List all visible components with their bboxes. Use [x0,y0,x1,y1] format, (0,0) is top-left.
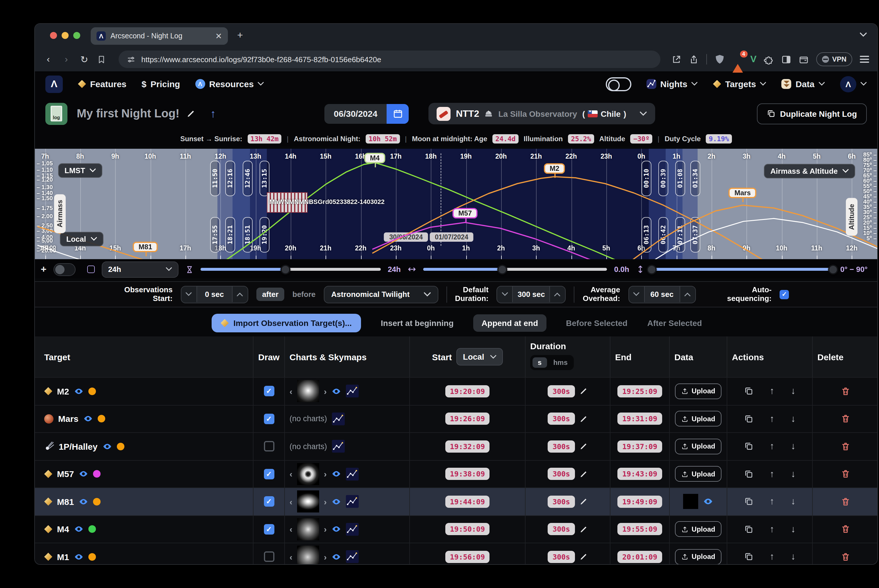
target-color-dot[interactable] [98,415,105,423]
target-color-dot[interactable] [89,387,96,395]
import-targets-button[interactable]: Import Observation Target(s)... [211,314,361,332]
chart-eye-icon[interactable] [331,469,341,479]
reload-button[interactable]: ↻ [79,54,90,65]
duplicate-nightlog-button[interactable]: Duplicate Night Log [757,103,867,124]
nav-nights[interactable]: Nights [646,79,698,89]
duplicate-row-icon[interactable] [744,497,753,506]
duplicate-row-icon[interactable] [744,414,753,424]
chart-thumbnail[interactable] [297,380,319,402]
wallet-icon[interactable] [799,54,809,64]
publish-arrow-icon[interactable]: ↑ [210,107,216,120]
tune-icon[interactable] [127,55,135,64]
duplicate-row-icon[interactable] [744,387,753,396]
menu-icon[interactable] [860,56,869,63]
brave-shield-icon[interactable] [714,54,725,64]
twilight-select[interactable]: Astronomical Twilight [324,286,438,303]
chart-thumbnail[interactable] [297,518,319,540]
edit-duration-icon[interactable] [579,415,588,423]
upload-button[interactable]: Upload [675,439,721,454]
theme-toggle[interactable] [606,77,631,91]
start-time[interactable]: 19:20:09 [445,385,490,398]
target-row-Mars[interactable]: Mars✓(no charts)19:26:09300s19:31:09Uplo… [35,405,878,432]
default-duration-value[interactable]: 300 sec [512,286,550,302]
skymap-icon[interactable] [346,523,359,536]
left-axis-bottom-selector[interactable]: Local [60,232,104,246]
target-row-1P/Halley[interactable]: 1P/Halley(no charts)19:32:09300s19:37:09… [35,432,878,460]
target-row-M1[interactable]: M1‹›19:56:09300s20:01:09Upload↑↓ [35,543,878,565]
duplicate-row-icon[interactable] [744,442,753,451]
add-icon[interactable]: + [41,264,47,275]
auto-sequencing-checkbox[interactable]: ✓ [780,290,789,299]
tab-search-chevron-icon[interactable] [860,33,867,37]
move-up-icon[interactable]: ↑ [770,496,774,507]
duration-value[interactable]: 300s [548,468,575,480]
window-slider-thumb[interactable] [280,264,290,274]
delete-trash-icon[interactable] [840,524,850,534]
close-window-button[interactable] [50,32,57,39]
skymap-icon[interactable] [346,385,359,398]
telescope-selector[interactable]: NTT2 La Silla Observatory (Chile) [428,103,655,124]
move-up-icon[interactable]: ↑ [770,469,774,479]
next-chart-icon[interactable]: › [324,497,327,507]
visibility-chart[interactable]: LMST Local Airmass & Altitude Airmass Al… [35,149,878,259]
tab-close-icon[interactable]: ✕ [215,32,222,40]
after-selected-button[interactable]: After Selected [647,318,702,328]
move-up-icon[interactable]: ↑ [770,386,774,396]
visibility-eye-icon[interactable] [102,442,112,452]
right-axis-selector[interactable]: Airmass & Altitude [764,164,855,178]
target-color-dot[interactable] [93,470,101,478]
append-at-end-button[interactable]: Append at end [473,314,546,332]
chart-option-toggle[interactable] [54,263,75,276]
calendar-button[interactable] [386,104,409,123]
chart-option-checkbox[interactable] [87,266,95,273]
draw-checkbox[interactable] [264,552,274,562]
unit-s[interactable]: s [532,357,547,368]
nav-data[interactable]: Data [781,79,825,89]
visibility-eye-icon[interactable] [83,414,93,424]
skymap-icon[interactable] [346,550,359,563]
next-chart-icon[interactable]: › [324,469,327,479]
move-up-icon[interactable]: ↑ [770,552,774,562]
nav-targets[interactable]: Targets [713,79,766,89]
share-icon[interactable] [689,54,699,64]
target-row-M57[interactable]: M57✓‹›19:38:09300s19:43:09Upload↑↓ [35,460,878,488]
chart-eye-icon[interactable] [331,497,341,507]
move-down-icon[interactable]: ↓ [791,386,796,396]
start-time[interactable]: 19:56:09 [445,551,490,563]
average-overhead-value[interactable]: 60 sec [644,286,680,302]
chart-thumbnail[interactable] [297,546,319,565]
duplicate-row-icon[interactable] [744,525,753,534]
minimize-window-button[interactable] [62,32,69,39]
target-color-dot[interactable] [117,443,124,450]
duplicate-row-icon[interactable] [744,470,753,479]
nav-features[interactable]: Features [78,79,126,89]
edit-title-icon[interactable] [186,109,195,118]
arcsecond-logo[interactable]: Λ [45,75,63,93]
target-row-M81[interactable]: M81✓‹›19:44:09300s19:49:09↑↓ [35,488,878,515]
prev-chart-icon[interactable]: ‹ [290,469,292,479]
browser-tab[interactable]: Λ Arcsecond - Night Log ✕ [91,27,228,45]
duration-value[interactable]: 300s [548,385,575,398]
chart-thumbnail[interactable] [297,463,319,485]
after-button[interactable]: after [256,288,284,301]
duration-value[interactable]: 300s [548,413,575,425]
move-down-icon[interactable]: ↓ [791,552,796,562]
offset-slider[interactable] [424,268,607,271]
visibility-eye-icon[interactable] [74,386,84,396]
delete-trash-icon[interactable] [840,414,850,424]
prev-chart-icon[interactable]: ‹ [290,552,292,562]
target-color-dot[interactable] [89,525,96,533]
duration-value[interactable]: 300s [548,523,575,536]
next-chart-icon[interactable]: › [324,552,327,562]
window-slider[interactable] [201,268,381,271]
move-up-icon[interactable]: ↑ [770,524,774,534]
upload-button[interactable]: Upload [675,522,721,537]
start-offset-value[interactable]: 0 sec [197,286,233,302]
range-thumb-max[interactable] [828,264,838,274]
chart-eye-icon[interactable] [331,552,341,562]
duration-value[interactable]: 300s [548,551,575,563]
stepper-down-icon[interactable] [181,292,197,296]
vue-devtools-icon[interactable]: V [750,54,756,64]
move-down-icon[interactable]: ↓ [791,441,796,452]
altitude-range-slider[interactable] [652,268,833,271]
